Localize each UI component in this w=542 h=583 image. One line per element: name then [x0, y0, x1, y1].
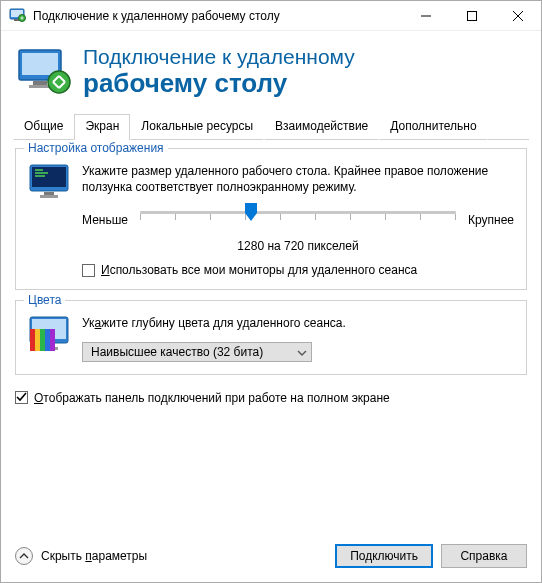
- colors-group: Цвета Укажите глубину цвета для удаленно…: [15, 300, 527, 374]
- slider-thumb[interactable]: [243, 203, 259, 221]
- window-title: Подключение к удаленному рабочему столу: [33, 9, 403, 23]
- chevron-down-icon: [297, 347, 307, 357]
- rdp-logo-icon: [15, 48, 73, 96]
- tab-local-resources[interactable]: Локальные ресурсы: [130, 114, 264, 140]
- minimize-button[interactable]: [403, 1, 449, 31]
- svg-rect-21: [45, 329, 50, 351]
- connect-button[interactable]: Подключить: [335, 544, 433, 568]
- show-connection-bar-checkbox[interactable]: Отображать панель подключений при работе…: [15, 391, 527, 405]
- colors-desc: Укажите глубину цвета для удаленного сеа…: [82, 315, 514, 331]
- tab-display[interactable]: Экран: [74, 114, 130, 140]
- svg-rect-19: [35, 329, 40, 351]
- header-line1: Подключение к удаленному: [83, 45, 355, 69]
- color-depth-value: Наивысшее качество (32 бита): [91, 345, 263, 359]
- resolution-slider[interactable]: Меньше Крупнее: [82, 205, 514, 235]
- app-icon: [9, 7, 27, 25]
- collapse-up-icon: [15, 547, 33, 565]
- titlebar: Подключение к удаленному рабочему столу: [1, 1, 541, 31]
- color-monitor-icon: [28, 315, 72, 355]
- svg-point-9: [48, 71, 70, 93]
- header-line2: рабочему столу: [83, 69, 355, 99]
- svg-rect-4: [468, 11, 477, 20]
- svg-rect-18: [30, 329, 35, 351]
- svg-rect-12: [44, 192, 54, 195]
- slider-less-label: Меньше: [82, 213, 128, 227]
- display-desc: Укажите размер удаленного рабочего стола…: [82, 163, 514, 195]
- svg-rect-13: [40, 195, 58, 198]
- svg-rect-7: [33, 81, 47, 85]
- display-config-group: Настройка отображения Укажите размер уда…: [15, 148, 527, 290]
- color-depth-select[interactable]: Наивысшее качество (32 бита): [82, 342, 312, 362]
- tab-general[interactable]: Общие: [13, 114, 74, 140]
- svg-rect-20: [40, 329, 45, 351]
- dialog-header: Подключение к удаленному рабочему столу: [1, 31, 541, 113]
- svg-rect-22: [50, 329, 55, 351]
- resolution-text: 1280 на 720 пикселей: [82, 239, 514, 253]
- tabstrip: Общие Экран Локальные ресурсы Взаимодейс…: [13, 113, 529, 140]
- monitor-icon: [28, 163, 72, 203]
- close-button[interactable]: [495, 1, 541, 31]
- colors-group-title: Цвета: [24, 293, 65, 307]
- maximize-button[interactable]: [449, 1, 495, 31]
- dialog-footer: Скрыть параметры Подключить Справка: [1, 534, 541, 582]
- display-group-title: Настройка отображения: [24, 141, 168, 155]
- svg-rect-8: [29, 85, 51, 88]
- svg-rect-6: [22, 53, 58, 75]
- help-button[interactable]: Справка: [441, 544, 527, 568]
- show-connection-bar-label: тображать панель подключений при работе …: [43, 391, 389, 405]
- slider-more-label: Крупнее: [468, 213, 514, 227]
- use-all-monitors-checkbox[interactable]: Использовать все мои мониторы для удален…: [82, 263, 514, 277]
- tab-experience[interactable]: Взаимодействие: [264, 114, 379, 140]
- hide-parameters-link[interactable]: Скрыть параметры: [15, 547, 327, 565]
- use-all-monitors-label: спользовать все мои мониторы для удаленн…: [110, 263, 418, 277]
- tab-advanced[interactable]: Дополнительно: [379, 114, 487, 140]
